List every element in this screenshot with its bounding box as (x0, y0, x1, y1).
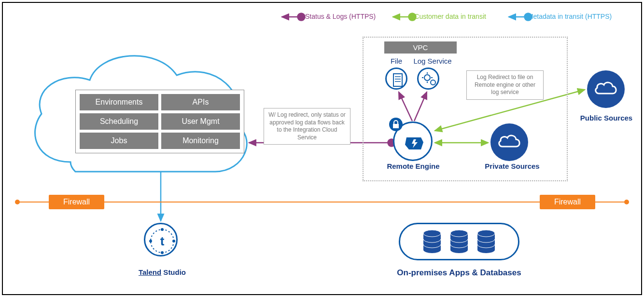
studio-word: Studio (161, 268, 186, 276)
svg-point-39 (477, 246, 495, 253)
remote-engine-label: Remote Engine (379, 162, 447, 170)
firewall-endpoint-right (624, 200, 629, 204)
vpc-label: VPC (384, 41, 457, 54)
svg-point-31 (423, 246, 441, 253)
legend-metadata: Metadata in transit (HTTPS) (528, 13, 612, 20)
box-monitoring: Monitoring (161, 133, 240, 149)
log-service-label: Log Service (408, 57, 457, 65)
talend-brand: Talend (139, 268, 161, 276)
lock-icon (389, 118, 403, 131)
firewall-endpoint-left (15, 200, 20, 204)
public-sources-label: Public Sources (573, 114, 640, 122)
talend-studio-label: Talend Studio (128, 268, 196, 276)
svg-point-27 (172, 240, 175, 243)
database-icon (449, 230, 469, 254)
svg-point-26 (149, 240, 152, 243)
svg-text:t: t (160, 234, 165, 248)
file-label: File (384, 57, 408, 65)
box-environments: Environments (80, 94, 158, 110)
gear-icon (417, 68, 439, 90)
private-sources-label: Private Sources (476, 162, 548, 170)
firewall-label-left: Firewall (49, 195, 104, 209)
svg-point-35 (450, 246, 468, 253)
talend-studio-icon: t (144, 223, 178, 256)
legend: Status & Logs (HTTPS) Customer data in t… (278, 13, 612, 20)
cloud-capabilities-grid: Environments APIs Scheduling User Mgmt J… (75, 90, 244, 153)
firewall-label-right: Firewall (540, 195, 595, 209)
database-icon (476, 230, 496, 254)
box-jobs: Jobs (80, 133, 158, 149)
private-sources-icon (490, 123, 528, 161)
note-log-redirect-file: Log Redirect to file on Remote engine or… (466, 70, 544, 100)
box-user-mgmt: User Mgmt (161, 113, 240, 130)
diagram-frame: Status & Logs (HTTPS) Customer data in t… (2, 2, 642, 295)
on-premises-label: On-premises Apps & Databases (384, 268, 534, 278)
svg-point-25 (161, 251, 164, 254)
svg-point-16 (424, 75, 430, 81)
on-premises-icon (399, 223, 519, 260)
svg-rect-22 (393, 124, 399, 128)
svg-point-17 (431, 80, 435, 85)
public-sources-icon (587, 70, 625, 108)
database-icon (422, 230, 442, 254)
firewall-line (17, 202, 627, 202)
box-apis: APIs (161, 94, 240, 110)
legend-status: Status & Logs (HTTPS) (305, 13, 376, 20)
svg-rect-12 (393, 74, 402, 86)
box-scheduling: Scheduling (80, 113, 158, 130)
svg-point-24 (161, 228, 164, 231)
file-icon (385, 68, 407, 90)
legend-customer-data: Customer data in transit (414, 13, 486, 20)
note-log-redirect-status: W/ Log redirect, only status or approved… (264, 108, 350, 145)
